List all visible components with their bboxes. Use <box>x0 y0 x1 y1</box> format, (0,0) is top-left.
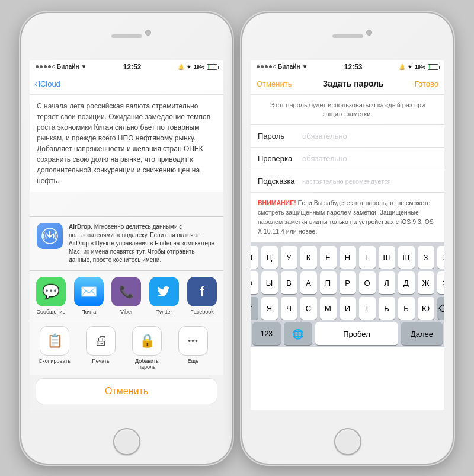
password-input[interactable]: обязательно <box>302 132 437 140</box>
key-к[interactable]: К <box>300 246 317 269</box>
dot2 <box>40 65 43 68</box>
app-item-mail[interactable]: ✉️ Почта <box>72 277 105 315</box>
mail-label: Почта <box>81 309 96 315</box>
cancel-button-pwd[interactable]: Отменить <box>257 79 292 88</box>
carrier-name: Билайн <box>57 63 79 70</box>
dot5 <box>52 65 55 68</box>
battery-icon-2 <box>428 64 438 70</box>
key-д[interactable]: Д <box>398 271 415 294</box>
key-ш[interactable]: Ш <box>379 246 395 269</box>
key-т[interactable]: Т <box>359 297 376 320</box>
action-print[interactable]: 🖨 Печать <box>83 326 118 370</box>
verify-input[interactable]: обязательно <box>302 154 437 163</box>
dot3 <box>44 65 47 68</box>
app-item-twitter[interactable]: Twitter <box>148 277 181 315</box>
app-item-messages[interactable]: 💬 Сообщение <box>34 277 68 315</box>
hint-label: Подсказка <box>258 177 302 186</box>
key-я[interactable]: Я <box>261 297 278 320</box>
globe-key[interactable]: 🌐 <box>284 322 312 345</box>
viber-label: Viber <box>120 309 133 315</box>
speaker-2 <box>332 34 363 38</box>
key-с[interactable]: С <box>300 297 317 320</box>
key-н[interactable]: Н <box>340 246 356 269</box>
key-л[interactable]: Л <box>379 271 395 294</box>
password-warning: ВНИМАНИЕ! Если Вы забудете этот пароль, … <box>251 193 444 242</box>
facebook-icon: f <box>187 277 217 306</box>
action-row: 📋 Скопировать 🖨 Печать 🔒 Добавить пароль <box>30 321 223 375</box>
key-е[interactable]: Е <box>320 246 337 269</box>
space-key[interactable]: Пробел <box>315 322 398 345</box>
key-ч[interactable]: Ч <box>281 297 297 320</box>
keyboard: Й Ц У К Е Н Г Ш Щ З Х Ф Ы В А П <box>251 242 444 347</box>
twitter-label: Twitter <box>156 309 172 315</box>
app-item-facebook[interactable]: f Facebook <box>185 277 219 315</box>
verify-field-row[interactable]: Проверка обязательно <box>251 148 444 170</box>
add-password-label: Добавить пароль <box>129 358 165 370</box>
key-б[interactable]: Б <box>398 297 415 320</box>
status-bar-2: Билайн ▼ 12:53 🔔 ✴ 19% <box>251 60 444 74</box>
key-й[interactable]: Й <box>251 246 258 269</box>
camera <box>145 30 151 36</box>
wifi-icon: ▼ <box>81 63 87 70</box>
key-п[interactable]: П <box>320 271 337 294</box>
shift-key[interactable]: ⇧ <box>251 297 258 320</box>
status-left: Билайн ▼ <box>36 63 87 70</box>
dot2 <box>261 65 264 68</box>
hint-field-row[interactable]: Подсказка настоятельно рекомендуется <box>251 170 444 193</box>
key-г[interactable]: Г <box>359 246 376 269</box>
battery-fill-2 <box>429 65 430 69</box>
num-key[interactable]: 123 <box>252 322 281 345</box>
key-ь[interactable]: Ь <box>379 297 395 320</box>
key-и[interactable]: И <box>340 297 356 320</box>
key-ф[interactable]: Ф <box>251 271 258 294</box>
home-button-2[interactable] <box>334 428 361 455</box>
phone-2: Билайн ▼ 12:53 🔔 ✴ 19% Отменить Задать п… <box>242 13 453 464</box>
key-у[interactable]: У <box>281 246 297 269</box>
password-nav: Отменить Задать пароль Готово <box>251 74 444 95</box>
key-ю[interactable]: Ю <box>418 297 434 320</box>
app-item-viber[interactable]: 📞 Viber <box>110 277 143 315</box>
password-field-row[interactable]: Пароль обязательно <box>251 125 444 148</box>
bluetooth-icon: ✴ <box>187 64 191 70</box>
key-з[interactable]: З <box>418 246 434 269</box>
back-button[interactable]: ‹ iCloud <box>34 79 60 88</box>
key-ж[interactable]: Ж <box>418 271 434 294</box>
action-more[interactable]: ••• Еще <box>175 326 211 370</box>
battery-percent: 19% <box>194 64 204 70</box>
key-р[interactable]: Р <box>340 271 356 294</box>
print-label: Печать <box>92 358 109 364</box>
key-в[interactable]: В <box>281 271 297 294</box>
delete-key[interactable]: ⌫ <box>437 297 445 320</box>
airdrop-section: AirDrop. Мгновенно делитесь данными с по… <box>37 223 216 264</box>
cancel-button-sheet[interactable]: Отменить <box>36 378 217 404</box>
key-э[interactable]: Э <box>437 271 445 294</box>
done-button-pwd[interactable]: Готово <box>415 79 438 88</box>
key-х[interactable]: Х <box>437 246 445 269</box>
kb-bottom-row: 123 🌐 Пробел Далее <box>252 322 443 345</box>
action-add-password[interactable]: 🔒 Добавить пароль <box>129 326 165 370</box>
password-form: Пароль обязательно Проверка обязательно … <box>251 125 444 193</box>
alarm-icon-2: 🔔 <box>399 64 405 70</box>
screen-2: Билайн ▼ 12:53 🔔 ✴ 19% Отменить Задать п… <box>251 60 444 410</box>
share-sheet-top: AirDrop. Мгновенно делитесь данными с по… <box>30 217 223 271</box>
warning-bold: ВНИМАНИЕ! <box>258 199 296 206</box>
bluetooth-icon-2: ✴ <box>408 64 412 70</box>
airdrop-icon <box>37 223 63 249</box>
key-м[interactable]: М <box>320 297 337 320</box>
messages-label: Сообщение <box>36 309 65 315</box>
action-copy[interactable]: 📋 Скопировать <box>37 326 72 370</box>
phone-1: Билайн ▼ 12:52 🔔 ✴ 19% ‹ iCloud <box>21 13 232 464</box>
key-ы[interactable]: Ы <box>261 271 278 294</box>
dot1 <box>36 65 39 68</box>
key-щ[interactable]: Щ <box>398 246 415 269</box>
key-ц[interactable]: Ц <box>261 246 278 269</box>
home-button-1[interactable] <box>113 428 140 455</box>
next-key[interactable]: Далее <box>401 322 443 345</box>
speaker <box>111 34 142 38</box>
key-а[interactable]: А <box>300 271 317 294</box>
more-label: Еще <box>188 358 198 364</box>
viber-icon: 📞 <box>111 277 141 306</box>
hint-input[interactable]: настоятельно рекомендуется <box>302 178 437 185</box>
messages-icon: 💬 <box>36 277 66 306</box>
key-о[interactable]: О <box>359 271 376 294</box>
